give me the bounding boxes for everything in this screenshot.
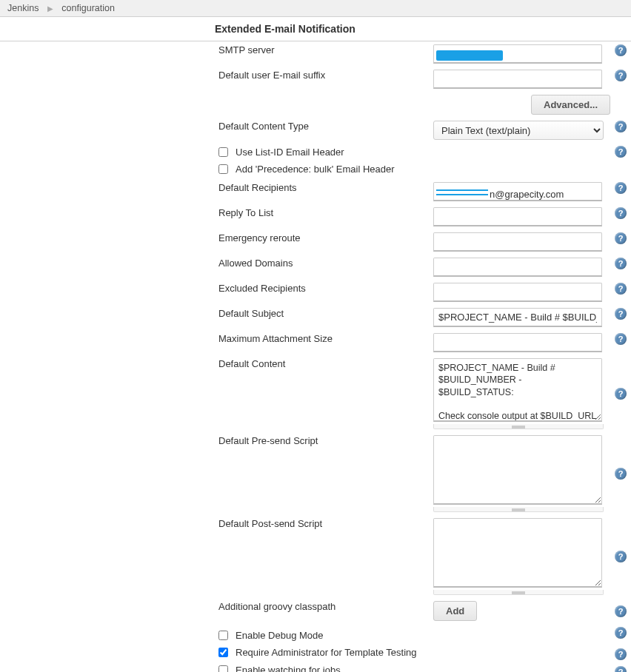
help-icon[interactable]: ? <box>615 468 627 480</box>
help-icon[interactable]: ? <box>615 333 627 345</box>
breadcrumb: Jenkins ▶ configuration <box>0 0 631 17</box>
help-icon[interactable]: ? <box>615 121 627 132</box>
label-emergency: Emergency reroute <box>218 229 433 255</box>
advanced-button[interactable]: Advanced... <box>531 95 610 115</box>
max-attachment-input[interactable] <box>433 333 602 352</box>
default-subject-input[interactable] <box>433 308 602 327</box>
chevron-right-icon: ▶ <box>47 4 53 13</box>
add-precedence-checkbox[interactable] <box>218 164 228 174</box>
label-default-recipients: Default Recipients <box>218 179 433 204</box>
allowed-domains-input[interactable] <box>433 258 602 277</box>
add-button[interactable]: Add <box>433 601 477 621</box>
help-icon[interactable]: ? <box>615 207 627 219</box>
reply-to-input[interactable] <box>433 207 602 226</box>
label-excluded: Excluded Recipients <box>218 280 433 305</box>
label-reply-to: Reply To List <box>218 204 433 229</box>
default-content-textarea[interactable]: $PROJECT_NAME - Build # $BUILD_NUMBER - … <box>433 358 602 422</box>
label-suffix: Default user E-mail suffix <box>218 67 433 92</box>
help-icon[interactable]: ? <box>615 182 627 194</box>
label-subject: Default Subject <box>218 305 433 330</box>
redacted-overlay <box>436 189 488 195</box>
redacted-overlay <box>436 50 503 61</box>
debug-checkbox[interactable] <box>218 631 228 640</box>
help-icon[interactable]: ? <box>615 666 627 672</box>
help-icon[interactable]: ? <box>615 627 627 639</box>
help-icon[interactable]: ? <box>615 648 627 660</box>
label-groovy: Additional groovy classpath <box>218 598 433 624</box>
help-icon[interactable]: ? <box>615 146 627 158</box>
label-allowed: Allowed Domains <box>218 255 433 280</box>
label-watching: Enable watching for jobs <box>236 665 341 672</box>
label-post-send: Default Post-send Script <box>218 515 433 598</box>
help-icon[interactable]: ? <box>615 258 627 269</box>
label-pre-send: Default Pre-send Script <box>218 432 433 515</box>
label-default-content: Default Content <box>218 355 433 432</box>
resize-handle[interactable] <box>433 424 604 429</box>
require-admin-checkbox[interactable] <box>218 648 228 657</box>
section-title: Extended E-mail Notification <box>0 17 631 41</box>
email-suffix-input[interactable] <box>433 70 602 89</box>
excluded-recipients-input[interactable] <box>433 283 602 302</box>
help-icon[interactable]: ? <box>615 283 627 295</box>
label-content-type: Default Content Type <box>218 118 433 143</box>
help-icon[interactable]: ? <box>615 232 627 244</box>
help-icon[interactable]: ? <box>615 605 627 617</box>
watching-checkbox[interactable] <box>218 665 228 672</box>
label-debug: Enable Debug Mode <box>236 630 324 641</box>
resize-handle[interactable] <box>433 507 604 512</box>
label-smtp: SMTP server <box>218 41 433 67</box>
help-icon[interactable]: ? <box>615 551 627 562</box>
breadcrumb-root[interactable]: Jenkins <box>7 3 39 13</box>
label-max-attach: Maximum Attachment Size <box>218 330 433 355</box>
breadcrumb-page[interactable]: configuration <box>61 3 115 13</box>
help-icon[interactable]: ? <box>615 308 627 320</box>
help-icon[interactable]: ? <box>615 70 627 81</box>
use-list-id-checkbox[interactable] <box>218 147 228 157</box>
help-icon[interactable]: ? <box>615 388 627 400</box>
emergency-reroute-input[interactable] <box>433 232 602 252</box>
resize-handle[interactable] <box>433 590 604 595</box>
pre-send-textarea[interactable] <box>433 435 602 505</box>
label-use-list-id: Use List-ID Email Header <box>236 147 344 158</box>
label-require-admin: Require Administrator for Template Testi… <box>236 647 416 658</box>
help-icon[interactable]: ? <box>615 44 627 56</box>
post-send-textarea[interactable] <box>433 518 602 588</box>
label-add-precedence: Add 'Precedence: bulk' Email Header <box>236 164 395 175</box>
content-type-select[interactable]: Plain Text (text/plain) <box>433 121 604 140</box>
